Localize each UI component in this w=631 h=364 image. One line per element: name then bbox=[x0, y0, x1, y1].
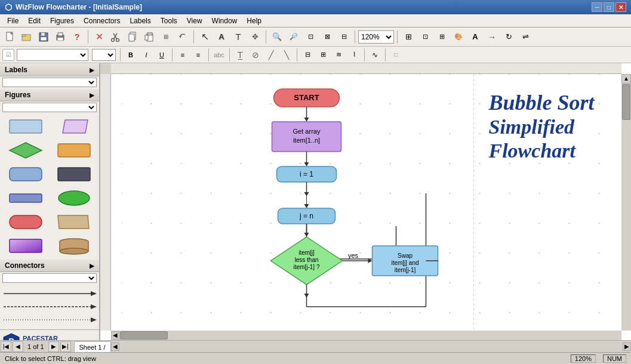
labels-dropdown[interactable] bbox=[2, 78, 97, 87]
text-tool-a[interactable]: A bbox=[214, 29, 229, 45]
scrollbar-vertical[interactable]: ▲ bbox=[621, 74, 631, 331]
figures-arrow[interactable]: ▶ bbox=[90, 92, 94, 98]
shape-flat-rect[interactable] bbox=[2, 187, 48, 209]
zoom-in-button[interactable]: 🔍 bbox=[269, 29, 285, 45]
menu-view[interactable]: View bbox=[182, 16, 207, 26]
prev-page-button[interactable]: ◀ bbox=[13, 341, 23, 352]
canvas[interactable]: Bubble Sort Simplified Flowchart START G… bbox=[111, 74, 621, 331]
zoom-fit2-button[interactable]: ⊟ bbox=[336, 29, 352, 45]
shadow-button[interactable]: □ bbox=[389, 48, 403, 61]
shape-diamond[interactable] bbox=[2, 140, 48, 161]
font-size-select[interactable] bbox=[92, 49, 116, 61]
undo-button[interactable] bbox=[175, 29, 190, 45]
next-page-button[interactable]: ▶ bbox=[48, 341, 59, 352]
menu-file[interactable]: File bbox=[2, 16, 23, 26]
shape-rectangle[interactable] bbox=[2, 116, 48, 137]
menu-edit[interactable]: Edit bbox=[23, 16, 45, 26]
scrollbar-v-thumb[interactable] bbox=[622, 84, 630, 120]
line-style2[interactable]: ⊘ bbox=[248, 48, 263, 61]
select-tool[interactable]: ↖ bbox=[197, 29, 213, 45]
connector-style1[interactable]: ⊟ bbox=[300, 48, 315, 61]
drag-tool[interactable]: ✥ bbox=[247, 29, 263, 45]
minimize-button[interactable]: ─ bbox=[592, 2, 602, 12]
open-button[interactable] bbox=[19, 29, 35, 45]
delete-button[interactable]: ✕ bbox=[91, 29, 107, 45]
line-style1[interactable]: T̲ bbox=[233, 48, 247, 61]
print-button[interactable] bbox=[53, 29, 68, 45]
connector-style2[interactable]: ⊞ bbox=[316, 48, 330, 61]
labels-header-text: Labels bbox=[5, 66, 27, 74]
format-toggle[interactable]: ☑ bbox=[2, 49, 14, 61]
arrange-button[interactable]: ⊞ bbox=[434, 29, 450, 45]
connectors-dropdown[interactable] bbox=[2, 273, 97, 283]
connector-style3[interactable]: ≋ bbox=[331, 48, 346, 61]
align-button[interactable]: ⊡ bbox=[417, 29, 433, 45]
zoom-fit-button[interactable]: ⊠ bbox=[319, 29, 335, 45]
connector-type-2[interactable] bbox=[2, 301, 97, 313]
align-center-button[interactable]: ≡ bbox=[191, 48, 205, 61]
zoom-select[interactable]: 50% 75% 100% 120% 150% 200% bbox=[358, 30, 394, 44]
maximize-button[interactable]: □ bbox=[604, 2, 614, 12]
menu-help[interactable]: Help bbox=[242, 16, 266, 26]
svg-point-27 bbox=[59, 191, 90, 205]
canvas-area[interactable]: /* ruler ticks generated below */ ▲ ◀ bbox=[100, 63, 631, 340]
connectors-arrow[interactable]: ▶ bbox=[90, 263, 94, 269]
connector-style4[interactable]: ⌇ bbox=[347, 48, 361, 61]
labels-arrow[interactable]: ▶ bbox=[90, 67, 94, 73]
wave-style[interactable]: ∿ bbox=[368, 48, 382, 61]
shape-parallelogram[interactable] bbox=[51, 116, 97, 137]
scrollbar-h-bottom[interactable]: ◀ ▶ bbox=[111, 341, 631, 352]
bold-button[interactable]: B bbox=[124, 48, 138, 61]
color-button[interactable]: 🎨 bbox=[451, 29, 466, 45]
labels-section-header[interactable]: Labels ▶ bbox=[0, 63, 99, 76]
menu-figures[interactable]: Figures bbox=[45, 16, 79, 26]
sheet-tab-1[interactable]: Sheet 1 / bbox=[74, 341, 111, 352]
cut-button[interactable] bbox=[108, 29, 124, 45]
scrollbar-horizontal[interactable]: ◀ bbox=[111, 331, 621, 340]
route-button[interactable]: ↻ bbox=[501, 29, 516, 45]
connector-type-3[interactable] bbox=[2, 314, 97, 326]
align-left-button[interactable]: ≡ bbox=[176, 48, 190, 61]
copy-button[interactable] bbox=[125, 29, 140, 45]
shape-terminal[interactable] bbox=[2, 211, 48, 233]
menu-connectors[interactable]: Connectors bbox=[79, 16, 125, 26]
shape-cylinder[interactable] bbox=[51, 235, 97, 257]
font-name-select[interactable] bbox=[17, 49, 88, 61]
svg-rect-8 bbox=[58, 33, 63, 36]
zoom-out-button[interactable]: 🔎 bbox=[286, 29, 301, 45]
label-format-button[interactable]: A bbox=[467, 29, 483, 45]
special-paste-button[interactable]: ⊞ bbox=[158, 29, 174, 45]
paste-button[interactable] bbox=[141, 29, 157, 45]
zoom-reset-button[interactable]: ⊡ bbox=[303, 29, 318, 45]
svg-marker-37 bbox=[91, 291, 97, 296]
menu-window[interactable]: Window bbox=[207, 16, 242, 26]
scrollbar-h-thumb[interactable] bbox=[120, 331, 168, 340]
new-button[interactable] bbox=[2, 29, 18, 45]
line-style4[interactable]: ╲ bbox=[279, 48, 294, 61]
underline-button[interactable]: U bbox=[155, 48, 169, 61]
line-style3[interactable]: ╱ bbox=[264, 48, 278, 61]
last-page-button[interactable]: ▶| bbox=[60, 341, 71, 352]
text-tool-t[interactable]: T bbox=[230, 29, 246, 45]
shape-gradient-rect[interactable] bbox=[2, 235, 48, 257]
connector-type-1[interactable] bbox=[2, 288, 97, 300]
grid-button[interactable]: ⊞ bbox=[401, 29, 416, 45]
connector-dir-button[interactable]: → bbox=[484, 29, 500, 45]
first-page-button[interactable]: |◀ bbox=[1, 341, 11, 352]
layout-button[interactable]: ⇌ bbox=[518, 29, 533, 45]
help-button[interactable]: ? bbox=[69, 29, 85, 45]
shape-ellipse[interactable] bbox=[51, 187, 97, 209]
save-button[interactable] bbox=[36, 29, 51, 45]
shape-rounded-rect[interactable] bbox=[2, 164, 48, 185]
figures-section-header[interactable]: Figures ▶ bbox=[0, 88, 99, 101]
menu-tools[interactable]: Tools bbox=[156, 16, 182, 26]
connectors-section-header[interactable]: Connectors ▶ bbox=[0, 259, 99, 272]
shape-dark-rect[interactable] bbox=[51, 164, 97, 185]
shape-orange-rect[interactable] bbox=[51, 140, 97, 161]
close-button[interactable]: ✕ bbox=[615, 2, 626, 12]
italic-button[interactable]: I bbox=[139, 48, 153, 61]
menu-labels[interactable]: Labels bbox=[125, 16, 155, 26]
shape-skewed-rect[interactable] bbox=[51, 211, 97, 233]
svg-rect-17 bbox=[147, 33, 152, 35]
figures-dropdown[interactable] bbox=[2, 103, 97, 112]
